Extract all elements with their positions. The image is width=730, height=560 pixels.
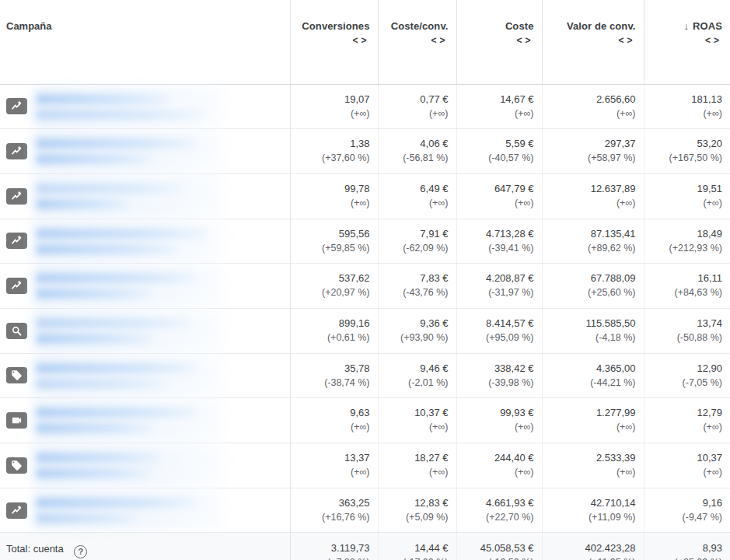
campaign-cell: [0, 353, 290, 398]
table-row[interactable]: 13,37(+∞) 18,27 €(+∞) 244,40 €(+∞) 2.533…: [0, 443, 730, 488]
column-header-cost-per-conv[interactable]: Coste/conv. <>: [378, 0, 456, 84]
table-row[interactable]: 899,16(+0,61 %) 9,36 €(+93,90 %) 8.414,5…: [0, 308, 730, 353]
metric-delta: (+25,09 %): [644, 555, 723, 560]
compare-range-icon[interactable]: <>: [618, 35, 635, 46]
redacted-campaign-name[interactable]: [35, 129, 220, 173]
cost-per-conv-cell: 7,83 €(-43,76 %): [378, 264, 456, 309]
compare-range-icon[interactable]: <>: [431, 35, 448, 46]
roas-cell: 9,16(-9,47 %): [644, 488, 730, 533]
redaction-blur: [37, 244, 178, 254]
redacted-campaign-name[interactable]: [35, 309, 220, 353]
metric-delta: (-10,50 %): [457, 555, 534, 560]
metric-value: 338,42 €: [457, 361, 534, 376]
table-row[interactable]: 35,78(-38,74 %) 9,46 €(-2,01 %) 338,42 €…: [0, 353, 730, 398]
total-cost-cell: 45.058,53 € (-10,50 %): [456, 533, 542, 560]
redacted-campaign-name[interactable]: [35, 174, 220, 219]
table-row[interactable]: 19,07(+∞) 0,77 €(+∞) 14,67 €(+∞) 2.656,6…: [0, 84, 730, 129]
conv-value-cell: 1.277,99(+∞): [542, 398, 644, 443]
metric-delta: (+∞): [457, 465, 534, 479]
roas-cell: 12,79(+∞): [644, 398, 730, 443]
metric-value: 181,13: [644, 92, 723, 107]
table-row[interactable]: 1,38(+37,60 %) 4,06 €(-56,81 %) 5,59 €(-…: [0, 129, 730, 174]
redaction-blur: [37, 498, 196, 508]
metric-value: 537,62: [291, 271, 370, 285]
conversions-header-label: Conversiones: [302, 20, 369, 32]
metric-value: 8.414,57 €: [457, 316, 534, 331]
redaction-blur: [37, 318, 190, 328]
metric-value: 53,20: [644, 136, 723, 151]
metric-delta: (-17,00 %): [379, 555, 449, 560]
metric-delta: (+89,62 %): [543, 241, 636, 255]
metric-delta: (+59,85 %): [291, 241, 370, 255]
cost-header-label: Coste: [505, 20, 534, 32]
table-row[interactable]: 99,78(+∞) 6,49 €(+∞) 647,79 €(+∞) 12.637…: [0, 173, 730, 219]
performance-max-icon: [6, 233, 27, 249]
compare-range-icon[interactable]: <>: [516, 35, 533, 46]
metric-delta: (+∞): [291, 196, 370, 210]
column-header-conv-value[interactable]: Valor de conv. <>: [542, 0, 644, 84]
metric-delta: (+58,97 %): [543, 151, 636, 165]
compare-range-icon[interactable]: <>: [705, 35, 722, 46]
column-header-roas[interactable]: ↓ROAS <>: [644, 0, 730, 84]
total-roas-cell: 8,93 (+25,09 %): [644, 533, 730, 560]
cost-per-conv-cell: 0,77 €(+∞): [378, 84, 456, 129]
campaign-cell: [0, 488, 290, 533]
metric-value: 45.058,53 €: [457, 541, 534, 555]
redaction-blur: [37, 379, 169, 389]
metric-delta: (-38,74 %): [291, 376, 370, 390]
conv-value-header-label: Valor de conv.: [567, 20, 636, 32]
roas-header-label: ROAS: [693, 20, 722, 32]
metric-value: 2.533,39: [543, 450, 636, 465]
redaction-blur: [37, 154, 152, 164]
conversions-cell: 1,38(+37,60 %): [290, 129, 378, 174]
table-row[interactable]: 595,56(+59,85 %) 7,91 €(-62,09 %) 4.713,…: [0, 219, 730, 264]
metric-delta: (-4,18 %): [543, 331, 636, 345]
metric-value: 1.277,99: [543, 405, 636, 420]
metric-delta: (+∞): [457, 107, 534, 121]
metric-value: 19,51: [644, 181, 723, 196]
redacted-campaign-name[interactable]: [35, 443, 220, 488]
cost-per-conv-cell: 6,49 €(+∞): [378, 173, 456, 219]
metric-value: 12.637,89: [543, 181, 636, 196]
table-row[interactable]: 9,63(+∞) 10,37 €(+∞) 99,93 €(+∞) 1.277,9…: [0, 398, 730, 443]
metric-delta: (+∞): [379, 196, 449, 210]
campaign-cell: [0, 308, 290, 353]
total-conversions-cell: 3.119,73 (+7,82 %): [290, 533, 378, 560]
redacted-campaign-name[interactable]: [35, 219, 220, 264]
redacted-campaign-name[interactable]: [35, 398, 220, 443]
metric-value: 647,79 €: [457, 181, 534, 196]
redaction-blur: [37, 453, 161, 463]
cost-per-conv-cell: 4,06 €(-56,81 %): [378, 129, 456, 174]
redaction-blur: [37, 184, 184, 194]
cost-per-conv-header-label: Coste/conv.: [391, 20, 449, 32]
redaction-blur: [37, 423, 152, 433]
help-icon[interactable]: ?: [74, 545, 87, 558]
metric-delta: (-40,57 %): [457, 151, 534, 165]
redaction-blur: [37, 94, 169, 104]
cost-per-conv-cell: 9,46 €(-2,01 %): [378, 353, 456, 398]
compare-range-icon[interactable]: <>: [352, 35, 369, 46]
column-header-conversions[interactable]: Conversiones <>: [290, 0, 378, 84]
table-row[interactable]: 537,62(+20,97 %) 7,83 €(-43,76 %) 4.208,…: [0, 264, 730, 309]
cost-cell: 647,79 €(+∞): [456, 173, 542, 219]
video-icon: [6, 412, 27, 429]
metric-value: 99,93 €: [457, 405, 534, 420]
column-header-cost[interactable]: Coste <>: [456, 0, 542, 84]
roas-cell: 19,51(+∞): [644, 173, 730, 219]
metric-delta: (+∞): [379, 465, 449, 479]
table-row[interactable]: 363,25(+16,76 %) 12,83 €(+5,09 %) 4.661,…: [0, 488, 730, 533]
conversions-cell: 9,63(+∞): [290, 398, 378, 443]
redacted-campaign-name[interactable]: [35, 488, 220, 533]
redacted-campaign-name[interactable]: [35, 85, 220, 129]
metric-delta: (-56,81 %): [379, 151, 449, 165]
cost-cell: 14,67 €(+∞): [456, 84, 542, 129]
metric-value: 18,49: [644, 226, 723, 241]
metric-delta: (+∞): [543, 420, 636, 434]
redacted-campaign-name[interactable]: [35, 354, 220, 398]
column-header-campaign[interactable]: Campaña: [0, 0, 290, 84]
redacted-campaign-name[interactable]: [35, 264, 220, 308]
shopping-icon: [6, 367, 27, 383]
metric-value: 6,49 €: [379, 181, 449, 196]
metric-delta: (+25,60 %): [543, 285, 636, 299]
conv-value-cell: 42.710,14(+11,09 %): [542, 488, 644, 533]
